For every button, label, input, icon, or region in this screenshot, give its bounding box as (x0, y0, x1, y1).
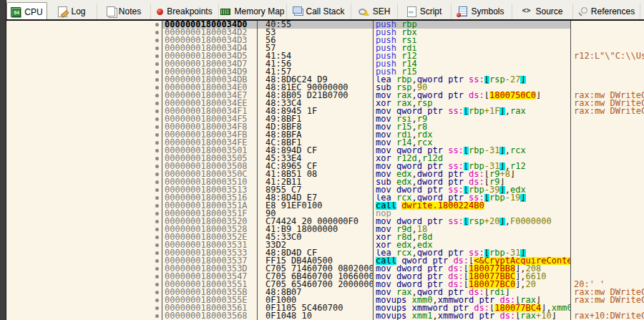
gutter-cell[interactable] (6, 241, 162, 249)
disasm-cell[interactable]: push rbp (374, 21, 571, 29)
disasm-row[interactable]: 0000000180003551C705 65460700 20000000mo… (6, 281, 644, 289)
bytes-cell[interactable]: 4D:8BF8 (258, 123, 374, 131)
bytes-cell[interactable]: C705 65460700 20000000 (258, 281, 374, 289)
breakpoint-dot-icon[interactable] (155, 314, 159, 318)
address-cell[interactable]: 000000018000351F (162, 210, 258, 218)
tab-references[interactable]: References (573, 4, 640, 19)
gutter-cell[interactable] (6, 155, 162, 163)
disasm-cell[interactable]: mov edx,dword ptr ds:[r9+8] (374, 170, 571, 178)
disasm-cell[interactable]: push rbx (374, 29, 571, 37)
disasm-cell[interactable]: xor rax,rsp (374, 100, 571, 107)
gutter-cell[interactable] (6, 202, 162, 210)
tab-memory-map[interactable]: Memory Map (219, 4, 287, 19)
address-cell[interactable]: 00000001800034F8 (162, 123, 258, 131)
address-cell[interactable]: 00000001800034F1 (162, 107, 258, 115)
breakpoint-dot-icon[interactable] (155, 243, 159, 247)
tab-seh[interactable]: SEH (351, 4, 398, 19)
breakpoint-dot-icon[interactable] (155, 70, 159, 74)
bytes-cell[interactable]: 90 (258, 210, 374, 218)
disasm-cell[interactable]: mov rsi,r9 (374, 115, 571, 123)
disasm-cell[interactable]: mov dword ptr ss:[rbp-39],edx (374, 186, 571, 194)
address-cell[interactable]: 0000000180003505 (162, 155, 258, 163)
disasm-row[interactable]: 000000018000350C41:8B51 08mov edx,dword … (6, 170, 644, 178)
breakpoint-dot-icon[interactable] (155, 62, 159, 66)
tab-breakpoints[interactable]: Breakpoints (151, 4, 219, 19)
bytes-cell[interactable]: 45:33C0 (258, 233, 374, 241)
breakpoint-dot-icon[interactable] (155, 259, 159, 263)
disasm-row[interactable]: 000000018000350545:33E4xor r12d,r12d (6, 155, 644, 163)
tab-notes[interactable]: Notes (97, 4, 151, 19)
gutter-cell[interactable] (6, 60, 162, 68)
address-cell[interactable]: 0000000180003508 (162, 163, 258, 170)
tab-cpu[interactable]: 64CPU (6, 2, 47, 21)
disasm-row[interactable]: 00000001800034F549:8BF1mov rsi,r9 (6, 115, 644, 123)
disasm-cell[interactable]: mov qword ptr ss:[rbp-31],r12 (374, 163, 571, 170)
disasm-cell[interactable]: lea rcx,qword ptr ss:[rbp-31] (374, 249, 571, 257)
address-cell[interactable]: 00000001800034D2 (162, 29, 258, 37)
breakpoint-dot-icon[interactable] (155, 86, 159, 89)
breakpoint-dot-icon[interactable] (155, 275, 159, 278)
disasm-row[interactable]: 00000001800034D741:56push r14 (6, 60, 644, 68)
disasm-row[interactable]: 00000001800034DB48:8D6C24 D9lea rbp,qwor… (6, 76, 644, 84)
disasm-row[interactable]: 000000018000350148:894D CFmov qword ptr … (6, 147, 644, 155)
address-cell[interactable]: 00000001800034FB (162, 131, 258, 139)
disasm-cell[interactable]: mov qword ptr ss:[rbp+1F],rax (374, 107, 571, 115)
disassembly-table[interactable]: 00000001800034D040:55push rbp00000001800… (6, 21, 644, 320)
breakpoint-dot-icon[interactable] (155, 102, 159, 105)
gutter-cell[interactable] (6, 289, 162, 296)
gutter-cell[interactable] (6, 163, 162, 170)
address-cell[interactable]: 0000000180003547 (162, 273, 258, 281)
disasm-cell[interactable]: call qword ptr ds:[<&CryptAcquireContext… (374, 257, 571, 265)
bytes-cell[interactable]: 41:54 (258, 52, 374, 60)
gutter-cell[interactable] (6, 52, 162, 60)
gutter-cell[interactable] (6, 233, 162, 241)
bytes-cell[interactable]: 4C:8BF1 (258, 139, 374, 147)
disasm-row[interactable]: 00000001800034D457push rdi (6, 44, 644, 52)
disasm-row[interactable]: 000000018000353348:8D4D CFlea rcx,qword … (6, 249, 644, 257)
bytes-cell[interactable]: FF15 DB4A0500 (258, 257, 374, 265)
disasm-cell[interactable]: push r12 (374, 52, 571, 60)
disasm-row[interactable]: 00000001800034D941:57push r15 (6, 68, 644, 76)
disasm-row[interactable]: 00000001800034FB48:8BFAmov rdi,rdx (6, 131, 644, 139)
breakpoint-dot-icon[interactable] (155, 173, 159, 176)
disasm-cell[interactable]: xor r12d,r12d (374, 155, 571, 163)
bytes-cell[interactable]: 48:33C4 (258, 100, 374, 107)
disasm-row[interactable]: 00000001800034EE48:33C4xor rax,rsprax:mw… (6, 100, 644, 107)
address-cell[interactable]: 00000001800034D4 (162, 44, 258, 52)
breakpoint-dot-icon[interactable] (155, 31, 159, 34)
bytes-cell[interactable]: 56 (258, 37, 374, 44)
disasm-row[interactable]: 000000018000355E0F1000movups xmm0,xmmwor… (6, 296, 644, 304)
gutter-cell[interactable] (6, 186, 162, 194)
breakpoint-dot-icon[interactable] (155, 94, 159, 97)
disasm-row[interactable]: 00000001800034FE4C:8BF1mov r14,rcx (6, 139, 644, 147)
breakpoint-dot-icon[interactable] (155, 204, 159, 208)
disasm-row[interactable]: 00000001800035138955 C7mov dword ptr ss:… (6, 186, 644, 194)
address-cell[interactable]: 00000001800034D0 (162, 21, 258, 29)
gutter-cell[interactable] (6, 257, 162, 265)
gutter-cell[interactable] (6, 194, 162, 202)
disasm-row[interactable]: 00000001800035610F1105 5C460700movups xm… (6, 304, 644, 312)
disasm-row[interactable]: 000000018000352E45:33C0xor r8d,r8d (6, 233, 644, 241)
address-cell[interactable]: 000000018000355E (162, 296, 258, 304)
bytes-cell[interactable]: 41:B9 18000000 (258, 226, 374, 233)
bytes-cell[interactable]: 48:8D4D CF (258, 249, 374, 257)
disasm-row[interactable]: 0000000180003547C705 6B460700 10660000mo… (6, 273, 644, 281)
bytes-cell[interactable]: 48:8D6C24 D9 (258, 76, 374, 84)
disasm-cell[interactable]: mov dword ptr ds:[180077BBC],6610 (374, 273, 571, 281)
address-cell[interactable]: 0000000180003516 (162, 194, 258, 202)
bytes-cell[interactable]: 41:2B11 (258, 178, 374, 186)
breakpoint-dot-icon[interactable] (155, 236, 159, 239)
bytes-cell[interactable]: 48:8945 1F (258, 107, 374, 115)
gutter-cell[interactable] (6, 21, 162, 29)
tab-call-stack[interactable]: Call Stack (287, 4, 351, 19)
bytes-cell[interactable]: 49:8BF1 (258, 115, 374, 123)
disasm-cell[interactable]: call dwrite.1800224B0 (374, 202, 571, 210)
disasm-cell[interactable]: xor r8d,r8d (374, 233, 571, 241)
address-cell[interactable]: 0000000180003531 (162, 241, 258, 249)
breakpoint-dot-icon[interactable] (155, 117, 159, 121)
disasm-row[interactable]: 00000001800034D356push rsi (6, 37, 644, 44)
disasm-cell[interactable]: push rdi (374, 44, 571, 52)
disasm-cell[interactable]: lea rbp,qword ptr ss:[rsp-27] (374, 76, 571, 84)
bytes-cell[interactable]: 8955 C7 (258, 186, 374, 194)
breakpoint-dot-icon[interactable] (155, 133, 159, 137)
